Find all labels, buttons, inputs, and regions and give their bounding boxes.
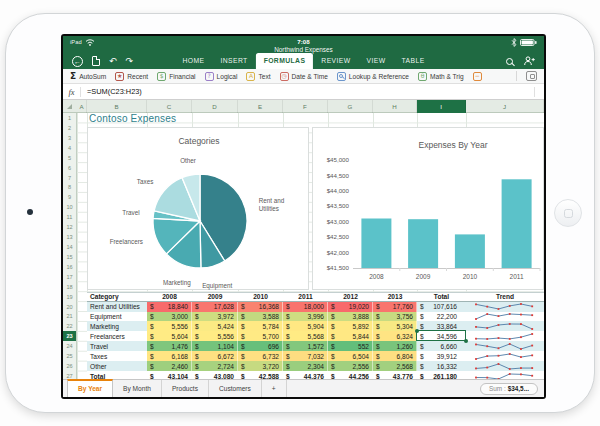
row-header-15[interactable]: 15 xyxy=(63,252,77,262)
table-row-category[interactable]: Total xyxy=(87,371,147,379)
table-cell-2011-row21[interactable]: $3,996 xyxy=(283,312,328,322)
column-header-C[interactable]: C xyxy=(147,100,192,113)
table-cell-2008-row25[interactable]: $6,168 xyxy=(147,351,192,361)
table-header-trend[interactable]: Trend xyxy=(466,292,544,302)
table-cell-2013-row23[interactable]: $6,324 xyxy=(373,331,417,341)
column-header-F[interactable]: F xyxy=(283,100,328,113)
table-cell-2008-row20[interactable]: $18,840 xyxy=(147,302,192,312)
row-header-21[interactable]: 21 xyxy=(63,312,77,322)
table-cell-2010-row23[interactable]: $5,700 xyxy=(238,331,283,341)
pie-chart[interactable]: CategoriesRent andUtilitiesEquipmentMark… xyxy=(87,127,309,290)
table-cell-2012-row27[interactable]: $44,256 xyxy=(328,371,373,379)
ribbon-tab-formulas[interactable]: FORMULAS xyxy=(256,53,314,69)
more-functions-button[interactable]: − xyxy=(473,72,482,81)
table-cell-2010-row20[interactable]: $16,368 xyxy=(238,302,283,312)
undo-button[interactable]: ↶ xyxy=(109,57,117,66)
table-cell-2009-row23[interactable]: $5,556 xyxy=(192,331,238,341)
table-cell-2008-row22[interactable]: $5,556 xyxy=(147,321,192,331)
home-button[interactable] xyxy=(554,199,582,227)
bar-2011[interactable] xyxy=(502,179,532,268)
table-row-category[interactable]: Freelancers xyxy=(87,331,147,341)
table-cell-total-row21[interactable]: $22,200 xyxy=(417,312,466,322)
table-cell-2010-row21[interactable]: $3,588 xyxy=(238,312,283,322)
row-header-12[interactable]: 12 xyxy=(63,222,77,232)
table-cell-2013-row24[interactable]: $1,260 xyxy=(373,341,417,351)
table-cell-2013-row20[interactable]: $17,760 xyxy=(373,302,417,312)
row-header-9[interactable]: 9 xyxy=(63,192,77,202)
table-cell-2011-row20[interactable]: $18,000 xyxy=(283,302,328,312)
table-cell-2013-row21[interactable]: $3,756 xyxy=(373,312,417,322)
table-header-2008[interactable]: 2008 xyxy=(147,292,192,302)
table-cell-2010-row24[interactable]: $696 xyxy=(238,341,283,351)
date-time-button[interactable]: ◷Date & Time xyxy=(280,72,328,81)
ribbon-tab-home[interactable]: HOME xyxy=(174,53,212,69)
row-header-1[interactable]: 1 xyxy=(63,113,77,123)
row-header-3[interactable]: 3 xyxy=(63,133,77,143)
table-cell-2012-row22[interactable]: $5,892 xyxy=(328,321,373,331)
column-header-G[interactable]: G xyxy=(328,100,373,113)
table-cell-2010-row22[interactable]: $5,784 xyxy=(238,321,283,331)
row-header-20[interactable]: 20 xyxy=(63,302,77,312)
table-cell-trend-row24[interactable] xyxy=(466,341,544,351)
row-header-23[interactable]: 23 xyxy=(63,331,77,341)
add-sheet-button[interactable]: + xyxy=(262,380,287,397)
table-cell-2008-row26[interactable]: $2,460 xyxy=(147,361,192,371)
row-header-16[interactable]: 16 xyxy=(63,262,77,272)
table-cell-trend-row21[interactable] xyxy=(466,312,544,322)
table-row-category[interactable]: Equipment xyxy=(87,312,147,322)
sheet-tab-products[interactable]: Products xyxy=(162,380,209,397)
table-header-2009[interactable]: 2009 xyxy=(192,292,238,302)
table-cell-2008-row24[interactable]: $1,476 xyxy=(147,341,192,351)
table-cell-2011-row26[interactable]: $2,304 xyxy=(283,361,328,371)
bar-chart[interactable]: Expenses By Year$45,000$44,500$44,000$43… xyxy=(312,127,544,290)
search-icon[interactable] xyxy=(506,58,513,65)
logical-button[interactable]: ?Logical xyxy=(205,72,238,81)
back-button[interactable]: ← xyxy=(72,56,83,67)
table-cell-2010-row26[interactable]: $3,720 xyxy=(238,361,283,371)
bar-2009[interactable] xyxy=(408,219,438,268)
ribbon-tab-view[interactable]: VIEW xyxy=(359,53,394,69)
cell-contoso-expenses-title[interactable]: Contoso Expenses xyxy=(89,113,176,125)
row-header-7[interactable]: 7 xyxy=(63,173,77,183)
row-header-14[interactable]: 14 xyxy=(63,242,77,252)
selection-handle-top-left[interactable] xyxy=(415,329,419,333)
row-header-26[interactable]: 26 xyxy=(63,361,77,371)
table-cell-2009-row25[interactable]: $6,672 xyxy=(192,351,238,361)
table-header-2013[interactable]: 2013 xyxy=(373,292,417,302)
row-header-19[interactable]: 19 xyxy=(63,292,77,302)
table-cell-2012-row23[interactable]: $5,844 xyxy=(328,331,373,341)
table-cell-2012-row20[interactable]: $19,020 xyxy=(328,302,373,312)
row-header-22[interactable]: 22 xyxy=(63,321,77,331)
table-cell-2011-row27[interactable]: $44,376 xyxy=(283,371,328,379)
table-cell-2011-row25[interactable]: $7,032 xyxy=(283,351,328,361)
table-cell-trend-row25[interactable] xyxy=(466,351,544,361)
autosum-button[interactable]: ΣAutoSum xyxy=(70,72,106,81)
table-cell-trend-row26[interactable] xyxy=(466,361,544,371)
table-cell-2012-row25[interactable]: $6,504 xyxy=(328,351,373,361)
table-cell-2013-row25[interactable]: $6,804 xyxy=(373,351,417,361)
row-header-13[interactable]: 13 xyxy=(63,232,77,242)
column-header-A[interactable]: A xyxy=(77,100,87,113)
bar-2008[interactable] xyxy=(361,219,391,269)
row-header-18[interactable]: 18 xyxy=(63,282,77,292)
table-cell-2013-row22[interactable]: $5,304 xyxy=(373,321,417,331)
table-cell-2009-row20[interactable]: $17,628 xyxy=(192,302,238,312)
row-header-11[interactable]: 11 xyxy=(63,212,77,222)
table-cell-total-row26[interactable]: $16,332 xyxy=(417,361,466,371)
table-cell-2012-row24[interactable]: $552 xyxy=(328,341,373,351)
table-cell-2011-row24[interactable]: $1,572 xyxy=(283,341,328,351)
column-header-D[interactable]: D xyxy=(192,100,238,113)
worksheet-grid[interactable]: 1234567891011121314151617181920212223242… xyxy=(63,113,544,379)
table-cell-2009-row26[interactable]: $2,724 xyxy=(192,361,238,371)
recent-button[interactable]: ★Recent xyxy=(115,72,148,81)
column-header-H[interactable]: H xyxy=(373,100,417,113)
table-header-2012[interactable]: 2012 xyxy=(328,292,373,302)
table-cell-2011-row23[interactable]: $5,568 xyxy=(283,331,328,341)
row-header-2[interactable]: 2 xyxy=(63,123,77,133)
select-all-icon[interactable] xyxy=(67,104,72,109)
table-cell-2008-row21[interactable]: $3,000 xyxy=(147,312,192,322)
sheet-tab-by-month[interactable]: By Month xyxy=(113,380,162,397)
table-cell-2010-row25[interactable]: $6,732 xyxy=(238,351,283,361)
table-cell-trend-row20[interactable] xyxy=(466,302,544,312)
table-row-category[interactable]: Other xyxy=(87,361,147,371)
